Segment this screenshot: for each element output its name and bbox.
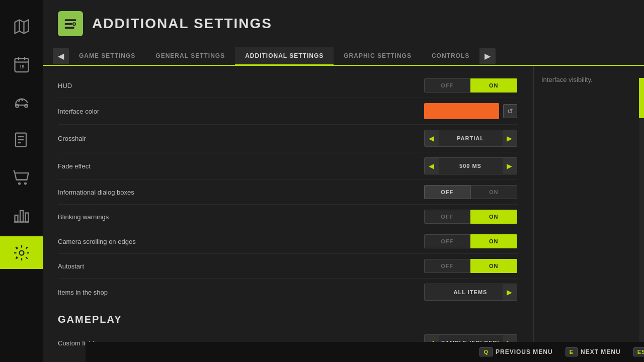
prev-menu-label: PREVIOUS MENU xyxy=(496,348,553,355)
sidebar-item-chart[interactable] xyxy=(5,199,38,231)
setting-row-dialog-boxes: Informational dialog boxes OFF ON xyxy=(58,180,518,205)
settings-panel: HUD OFF ON Interface color ↺ xyxy=(43,66,533,347)
header-icon xyxy=(58,11,83,36)
svg-point-19 xyxy=(19,250,24,255)
autostart-on-btn[interactable]: ON xyxy=(470,259,517,273)
autostart-off-btn[interactable]: OFF xyxy=(424,259,471,273)
next-menu-action: E NEXT MENU xyxy=(566,347,621,356)
svg-rect-23 xyxy=(65,23,72,25)
sidebar-item-settings[interactable] xyxy=(0,236,43,269)
prev-menu-action: Q PREVIOUS MENU xyxy=(479,347,552,356)
setting-row-interface-color: Interface color ↺ xyxy=(58,98,518,125)
setting-row-shop-items: Items in the shop ◀ ALL ITEMS ▶ xyxy=(58,279,518,306)
crosshair-label: Crosshair xyxy=(58,135,423,142)
camera-on-btn[interactable]: ON xyxy=(470,234,517,248)
main-content: ADDITIONAL SETTINGS ◀ GAME SETTINGS GENE… xyxy=(43,0,644,362)
svg-rect-24 xyxy=(65,27,74,29)
sidebar-item-farm[interactable] xyxy=(5,85,38,118)
svg-rect-16 xyxy=(20,211,23,222)
next-menu-key[interactable]: E xyxy=(566,347,578,356)
fade-effect-label: Fade effect xyxy=(58,162,423,170)
gameplay-section-title: GAMEPLAY xyxy=(58,306,518,329)
color-reset-btn[interactable]: ↺ xyxy=(503,104,517,118)
dialog-boxes-toggle: OFF ON xyxy=(424,185,517,199)
hud-control: OFF ON xyxy=(423,78,518,93)
header: ADDITIONAL SETTINGS xyxy=(43,0,644,47)
fade-effect-value: 500 MS xyxy=(439,163,503,169)
next-menu-label: NEXT MENU xyxy=(581,348,621,355)
scrollbar-track xyxy=(639,78,644,342)
bottom-bar: Q PREVIOUS MENU E NEXT MENU ESC BACK xyxy=(86,342,644,362)
sidebar-item-calendar[interactable]: 15 xyxy=(5,48,38,80)
svg-point-25 xyxy=(73,23,75,25)
prev-menu-key[interactable]: Q xyxy=(479,347,493,356)
svg-point-13 xyxy=(19,183,20,184)
shop-items-value: ALL ITEMS xyxy=(439,289,503,295)
blinking-warnings-control: OFF ON xyxy=(423,210,518,224)
camera-scroll-label: Camera scrolling on edges xyxy=(58,238,423,245)
hud-label: HUD xyxy=(58,82,423,89)
interface-color-label: Interface color xyxy=(58,108,423,115)
tab-additional-settings[interactable]: ADDITIONAL SETTINGS xyxy=(235,47,334,66)
camera-off-btn[interactable]: OFF xyxy=(424,234,471,248)
blinking-on-btn[interactable]: ON xyxy=(470,210,517,224)
color-swatch[interactable] xyxy=(424,103,499,119)
crosshair-selector: ◀ PARTIAL ▶ xyxy=(424,130,517,147)
crosshair-prev[interactable]: ◀ xyxy=(425,130,439,146)
fade-effect-next[interactable]: ▶ xyxy=(503,158,517,174)
nav-prev-arrow[interactable]: ◀ xyxy=(53,48,69,64)
sidebar-item-store[interactable] xyxy=(5,161,38,194)
nav-next-arrow[interactable]: ▶ xyxy=(479,48,496,64)
hud-toggle: OFF ON xyxy=(424,78,517,93)
setting-row-blinking-warnings: Blinking warnings OFF ON xyxy=(58,205,518,229)
crosshair-control: ◀ PARTIAL ▶ xyxy=(423,130,518,147)
color-picker: ↺ xyxy=(424,103,517,119)
svg-rect-22 xyxy=(65,19,76,21)
blinking-warnings-label: Blinking warnings xyxy=(58,213,423,221)
page-title: ADDITIONAL SETTINGS xyxy=(92,16,272,32)
setting-row-hud: HUD OFF ON xyxy=(58,73,518,98)
tab-general-settings[interactable]: GENERAL SETTINGS xyxy=(145,47,235,66)
back-action: ESC BACK xyxy=(633,347,644,356)
info-text: Interface visibility. xyxy=(541,76,636,83)
setting-row-camera-scroll: Camera scrolling on edges OFF ON xyxy=(58,229,518,254)
scrollbar-thumb[interactable] xyxy=(639,78,644,118)
svg-text:15: 15 xyxy=(19,64,24,69)
tab-game-settings[interactable]: GAME SETTINGS xyxy=(69,47,145,66)
blinking-off-btn[interactable]: OFF xyxy=(424,210,471,224)
interface-color-control: ↺ xyxy=(423,103,518,119)
setting-row-autostart: Autostart OFF ON xyxy=(58,254,518,279)
autostart-toggle: OFF ON xyxy=(424,259,517,273)
setting-row-fade-effect: Fade effect ◀ 500 MS ▶ xyxy=(58,152,518,180)
sidebar-item-notes[interactable] xyxy=(5,123,38,156)
crosshair-next[interactable]: ▶ xyxy=(503,130,517,146)
info-panel: Interface visibility. xyxy=(533,66,644,347)
dialog-off-btn[interactable]: OFF xyxy=(424,185,471,199)
hud-on-btn[interactable]: ON xyxy=(470,78,517,93)
fade-effect-selector: ◀ 500 MS ▶ xyxy=(424,157,517,174)
camera-scroll-control: OFF ON xyxy=(423,234,518,248)
autostart-control: OFF ON xyxy=(423,259,518,273)
hud-off-btn[interactable]: OFF xyxy=(424,78,471,93)
shop-items-next[interactable]: ▶ xyxy=(503,284,517,300)
autostart-label: Autostart xyxy=(58,262,423,270)
blinking-warnings-toggle: OFF ON xyxy=(424,210,517,224)
crosshair-value: PARTIAL xyxy=(439,135,503,141)
dialog-on-btn[interactable]: ON xyxy=(470,185,517,199)
fade-effect-prev[interactable]: ◀ xyxy=(425,158,439,174)
tab-controls[interactable]: CONTROLS xyxy=(422,47,479,66)
nav-tabs: ◀ GAME SETTINGS GENERAL SETTINGS ADDITIO… xyxy=(43,47,644,66)
dialog-boxes-label: Informational dialog boxes xyxy=(58,189,423,196)
camera-scroll-toggle: OFF ON xyxy=(424,234,517,248)
back-key[interactable]: ESC xyxy=(633,347,644,356)
content-area: HUD OFF ON Interface color ↺ xyxy=(43,66,644,347)
shop-items-selector: ◀ ALL ITEMS ▶ xyxy=(424,284,517,301)
fade-effect-control: ◀ 500 MS ▶ xyxy=(423,157,518,174)
svg-point-14 xyxy=(25,183,26,184)
setting-row-crosshair: Crosshair ◀ PARTIAL ▶ xyxy=(58,125,518,152)
tab-graphic-settings[interactable]: GRAPHIC SETTINGS xyxy=(334,47,422,66)
shop-items-control: ◀ ALL ITEMS ▶ xyxy=(423,284,518,301)
svg-rect-15 xyxy=(15,215,18,222)
shop-items-label: Items in the shop xyxy=(58,289,423,296)
sidebar-item-map[interactable] xyxy=(5,10,38,43)
